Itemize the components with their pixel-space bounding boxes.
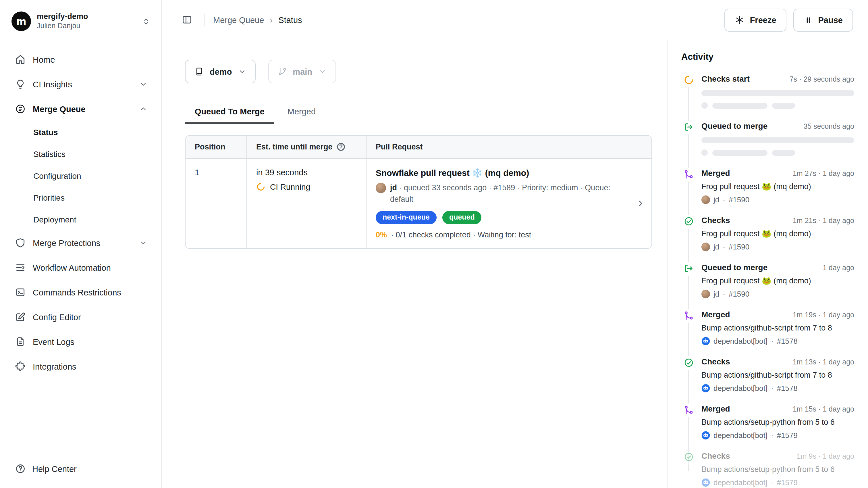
repo-icon — [194, 67, 204, 77]
activity-item-time: 7s · 29 seconds ago — [789, 75, 854, 83]
pull-request-main: Snowflake pull request ❄️ (mq demo) jd ·… — [376, 168, 629, 239]
branch-select[interactable]: main — [268, 60, 336, 83]
activity-item[interactable]: Merged 1m 15s · 1 day ago Bump actions/s… — [681, 403, 854, 451]
help-circle-icon[interactable] — [337, 143, 345, 151]
pencil-square-icon — [15, 312, 26, 322]
activity-pr-title[interactable]: Bump actions/github-script from 7 to 8 — [702, 323, 854, 334]
skeleton-bar — [772, 150, 795, 155]
activity-item-time: 1m 27s · 1 day ago — [793, 170, 854, 178]
sidebar-item-integrations[interactable]: Integrations — [9, 354, 153, 379]
sidebar-item-priorities[interactable]: Priorities — [33, 187, 153, 209]
pull-request-meta-text: jd · queued 33 seconds ago · #1589 · Pri… — [390, 182, 629, 205]
header-actions: Freeze Pause — [725, 8, 853, 31]
check-circle-icon — [684, 451, 694, 464]
sidebar-item-home[interactable]: Home — [9, 47, 153, 72]
sidebar-item-event-logs[interactable]: Event Logs — [9, 329, 153, 354]
sidebar-item-statistics[interactable]: Statistics — [33, 143, 153, 165]
author-name: dependabot[bot] — [713, 431, 768, 440]
activity-item-time: 1m 21s · 1 day ago — [793, 217, 854, 225]
sidebar-item-deployment[interactable]: Deployment — [33, 209, 153, 230]
org-name: mergify-demo — [37, 12, 88, 22]
chevron-right-icon[interactable] — [636, 198, 646, 209]
sidebar-item-configuration[interactable]: Configuration — [33, 165, 153, 187]
activity-item-time: 1m 13s · 1 day ago — [793, 358, 854, 366]
activity-pr-title[interactable]: Frog pull request 🐸 (mq demo) — [702, 229, 854, 239]
check-circle-icon — [684, 356, 694, 370]
activity-item-title: Checks — [702, 216, 730, 225]
tab-queued-to-merge[interactable]: Queued To Merge — [185, 102, 274, 123]
freeze-button[interactable]: Freeze — [725, 8, 787, 31]
sidebar: m mergify-demo Julien Danjou Home CI Ins… — [0, 0, 162, 488]
skeleton-row — [702, 102, 854, 109]
activity-item-title: Merged — [702, 310, 730, 319]
help-center-link[interactable]: Help Center — [9, 460, 153, 478]
activity-item[interactable]: Queued to merge 1 day ago Frog pull requ… — [681, 262, 854, 309]
tab-merged[interactable]: Merged — [278, 102, 326, 123]
activity-pr-title[interactable]: Frog pull request 🐸 (mq demo) — [702, 182, 854, 192]
sidebar-nav: Home CI Insights Merge Queue Status Stat… — [9, 47, 153, 379]
filters: demo main — [185, 60, 652, 83]
activity-item[interactable]: Checks 1m 13s · 1 day ago Bump actions/g… — [681, 356, 854, 403]
activity-pr-title[interactable]: Bump actions/setup-python from 5 to 6 — [702, 464, 854, 475]
queue-row[interactable]: 1 in 39 seconds CI Running Snowflake pul… — [186, 159, 651, 248]
sidebar-item-merge-protections[interactable]: Merge Protections — [9, 230, 153, 255]
pull-request-cell: Snowflake pull request ❄️ (mq demo) jd ·… — [366, 159, 651, 248]
sidebar-item-label: Workflow Automation — [33, 263, 111, 272]
activity-item[interactable]: Queued to merge 35 seconds ago — [681, 121, 854, 168]
activity-author: jd · #1590 — [702, 195, 854, 204]
top-header: Merge Queue › Status Freeze Pause — [162, 0, 868, 40]
skeleton-circle — [702, 149, 708, 156]
activity-item-title: Queued to merge — [702, 121, 768, 131]
sidebar-item-commands-restrictions[interactable]: Commands Restrictions — [9, 280, 153, 305]
org-avatar: m — [11, 11, 31, 31]
activity-pr-title[interactable]: Frog pull request 🐸 (mq demo) — [702, 276, 854, 286]
pr-number: #1590 — [729, 290, 749, 298]
chevron-down-icon — [318, 67, 327, 76]
repo-select[interactable]: demo — [185, 60, 255, 83]
file-text-icon — [15, 336, 26, 347]
activity-item[interactable]: Checks 1m 21s · 1 day ago Frog pull requ… — [681, 215, 854, 262]
separator: · — [771, 478, 774, 487]
sidebar-toggle-button[interactable] — [177, 10, 196, 30]
activity-pr-title[interactable]: Bump actions/setup-python from 5 to 6 — [702, 417, 854, 428]
author-name: jd — [713, 242, 719, 251]
activity-item-time: 1m 9s · 1 day ago — [797, 452, 854, 460]
queue-table: Position Est. time until merge Pull Requ… — [185, 135, 652, 249]
sidebar-item-workflow-automation[interactable]: Workflow Automation — [9, 255, 153, 280]
author-name: dependabot[bot] — [713, 384, 768, 393]
main-column: Merge Queue › Status Freeze Pause — [162, 0, 868, 488]
sidebar-item-merge-queue[interactable]: Merge Queue — [9, 96, 153, 121]
lightbulb-icon — [15, 79, 26, 90]
separator: · — [723, 195, 725, 204]
sidebar-item-config-editor[interactable]: Config Editor — [9, 305, 153, 329]
sidebar-item-status[interactable]: Status — [33, 121, 153, 143]
position-value: 1 — [195, 168, 199, 177]
position-cell: 1 — [186, 159, 246, 248]
sidebar-item-ci-insights[interactable]: CI Insights — [9, 72, 153, 96]
skeleton-row — [702, 149, 854, 156]
pull-request-title[interactable]: Snowflake pull request ❄️ (mq demo) — [376, 168, 629, 178]
activity-item[interactable]: Merged 1m 27s · 1 day ago Frog pull requ… — [681, 168, 854, 215]
activity-item-time: 1 day ago — [823, 264, 854, 272]
skeleton-bar — [702, 90, 854, 96]
sidebar-item-label: Config Editor — [33, 312, 81, 322]
subnav-label: Configuration — [33, 171, 81, 180]
activity-pr-title[interactable]: Bump actions/github-script from 7 to 8 — [702, 370, 854, 380]
activity-author: jd · #1590 — [702, 290, 854, 298]
avatar — [702, 290, 710, 298]
activity-item-title: Queued to merge — [702, 263, 768, 272]
activity-item-title: Merged — [702, 168, 730, 178]
activity-item[interactable]: Checks 1m 9s · 1 day ago Bump actions/se… — [681, 451, 854, 488]
pr-number: #1579 — [777, 478, 798, 487]
progress-percent: 0% — [376, 230, 387, 239]
snowflake-icon — [735, 15, 745, 25]
activity-item[interactable]: Checks start 7s · 29 seconds ago — [681, 74, 854, 121]
breadcrumb-merge-queue[interactable]: Merge Queue — [213, 15, 264, 24]
activity-item[interactable]: Merged 1m 19s · 1 day ago Bump actions/g… — [681, 309, 854, 356]
sidebar-item-label: Merge Queue — [33, 104, 86, 114]
subnav-label: Statistics — [33, 149, 65, 159]
activity-item-title: Merged — [702, 404, 730, 413]
org-names: mergify-demo Julien Danjou — [37, 12, 88, 31]
org-switcher[interactable]: m mergify-demo Julien Danjou — [9, 10, 153, 32]
pause-button[interactable]: Pause — [794, 8, 853, 31]
